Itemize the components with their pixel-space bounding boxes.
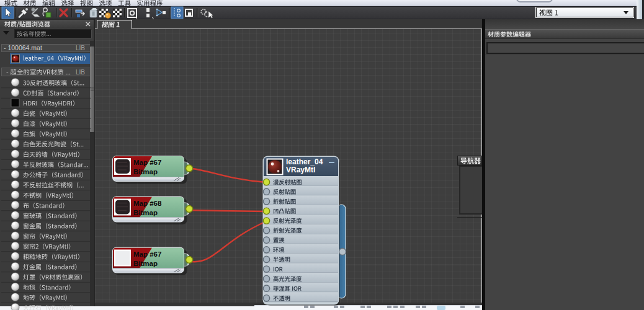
svg-text:LIB: LIB bbox=[76, 69, 85, 76]
svg-text:- 100064.mat: - 100064.mat bbox=[4, 44, 42, 51]
svg-text:LIB: LIB bbox=[76, 45, 85, 51]
